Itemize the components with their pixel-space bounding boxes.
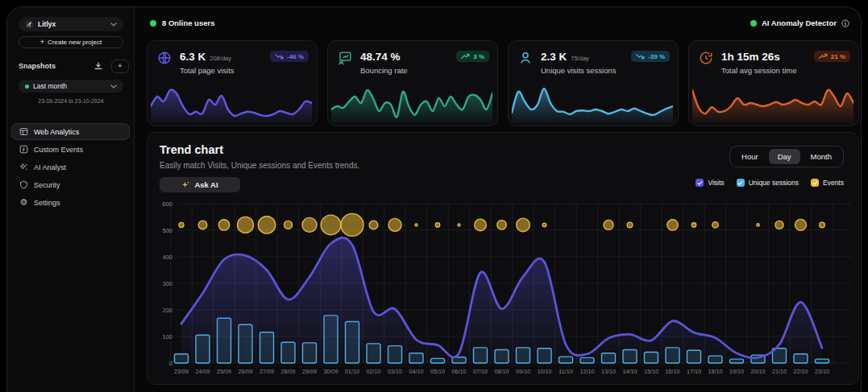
x-tick-label: 09/10 [516, 368, 530, 375]
card-value: 2.3 K [541, 51, 567, 63]
chevron-down-icon [110, 85, 117, 89]
sidebar-item-label: Web Analytics [34, 128, 79, 136]
status-dot [25, 85, 29, 89]
events-bubble [302, 217, 317, 232]
x-tick-label: 17/10 [687, 368, 701, 375]
sidebar-item-web-analytics[interactable]: Web Analytics [11, 123, 130, 140]
online-users-label: 8 Online users [162, 19, 214, 27]
x-tick-label: 05/10 [430, 368, 445, 375]
y-tick-label: 300 [162, 280, 172, 287]
info-icon[interactable] [841, 19, 849, 27]
x-tick-label: 21/10 [772, 368, 787, 375]
timer-icon [699, 51, 715, 67]
add-snapshot-button[interactable]: + [111, 60, 129, 73]
events-bubble [497, 221, 506, 229]
x-tick-label: 13/10 [601, 368, 616, 375]
trend-badge: 3 % [456, 51, 489, 62]
sidebar-item-settings[interactable]: ⚙︎ Settings [11, 194, 130, 211]
user-icon [518, 51, 534, 67]
stat-card-bouncing-rate: 48.74 % Bouncing rate 3 % [327, 40, 498, 126]
events-bubble [795, 219, 807, 230]
card-label: Unique visits sessions [541, 66, 631, 75]
x-tick-label: 18/10 [708, 368, 723, 375]
panel-subtitle: Easily match Visits, Unique sessions and… [160, 161, 359, 170]
sidebar-item-ai-analyst[interactable]: AI Analyst [11, 159, 130, 175]
x-tick-label: 07/10 [473, 368, 488, 375]
events-bubble [667, 220, 678, 230]
card-value: 48.74 % [360, 51, 401, 63]
time-range-tabs: Hour Day Month [729, 146, 844, 167]
legend-item-visits[interactable]: Visits [696, 179, 724, 187]
y-tick-label: 200 [162, 307, 172, 314]
sparkle-icon [181, 181, 189, 189]
tab-month[interactable]: Month [802, 149, 841, 164]
checkbox-visits [696, 179, 704, 187]
x-tick-label: 26/09 [239, 368, 253, 375]
x-tick-label: 30/09 [324, 368, 338, 375]
legend-label: Events [823, 179, 844, 187]
online-dot-icon [150, 20, 156, 27]
events-bubble [691, 223, 696, 227]
trend-badge-value: 21 % [831, 53, 845, 60]
y-tick-label: 400 [162, 254, 172, 261]
gear-icon: ⚙︎ [19, 198, 28, 207]
events-bubble [627, 222, 633, 228]
lightning-square-icon [19, 145, 28, 154]
legend-item-unique-sessions[interactable]: Unique sessions [737, 179, 799, 187]
stat-card-total-page-visits: 6.3 K 208/day Total page visits -46 % [147, 40, 318, 126]
create-project-label: Create new project [48, 39, 102, 46]
sidebar-item-custom-events[interactable]: Custom Events [11, 141, 130, 158]
events-bubbles [179, 213, 824, 236]
x-tick-label: 01/10 [345, 368, 359, 375]
stat-cards-row: 6.3 K 208/day Total page visits -46 % [147, 40, 859, 126]
trend-icon [275, 53, 284, 60]
checkbox-unique-sessions [737, 179, 745, 187]
card-label: Bouncing rate [360, 66, 456, 75]
events-bubble [542, 223, 546, 227]
events-bubble [388, 218, 401, 231]
x-tick-label: 23/09 [174, 368, 189, 375]
x-tick-label: 27/09 [260, 368, 274, 375]
presentation-chart-icon [338, 51, 354, 67]
trend-icon [636, 53, 645, 60]
card-label: Total avg session time [721, 66, 814, 75]
snapshot-range-value: Last month [33, 82, 106, 90]
download-icon [93, 61, 103, 71]
checkbox-events [811, 179, 819, 187]
x-tick-label: 25/09 [217, 368, 231, 375]
online-users-status: 8 Online users [150, 19, 214, 27]
app-window: Litlyx + Create new project Snapshots + … [6, 6, 862, 392]
trend-badge-value: -39 % [648, 53, 665, 60]
trend-chart[interactable]: 010020030040050060023/0924/0925/0926/092… [153, 201, 856, 382]
create-project-button[interactable]: + Create new project [19, 36, 123, 48]
events-bubble [238, 217, 254, 233]
sidebar-item-label: Security [34, 181, 60, 189]
snapshot-range-select[interactable]: Last month [19, 80, 123, 93]
ask-ai-button[interactable]: Ask AI [160, 177, 240, 192]
project-name: Litlyx [38, 20, 106, 28]
sidebar-nav: Web Analytics Custom Events AI Analyst S… [11, 123, 130, 212]
sidebar-item-label: AI Analyst [34, 163, 66, 171]
download-snapshot-button[interactable] [89, 60, 107, 73]
panel-title: Trend chart [160, 143, 223, 156]
x-tick-label: 20/10 [751, 368, 766, 375]
events-bubble [757, 224, 759, 226]
trend-badge-value: -46 % [287, 53, 304, 60]
stat-card-unique-sessions: 2.3 K 75/day Unique visits sessions -39 … [508, 40, 679, 126]
trend-icon [461, 53, 470, 60]
sidebar-item-security[interactable]: Security [11, 176, 130, 193]
project-selector[interactable]: Litlyx [19, 17, 123, 31]
events-bubble [604, 220, 613, 229]
trend-chart-panel: Trend chart Easily match Visits, Unique … [147, 132, 859, 385]
events-bubble [475, 219, 487, 231]
legend-item-events[interactable]: Events [811, 179, 844, 187]
events-bubble [321, 215, 341, 235]
sparkline-chart [692, 85, 853, 123]
tab-day[interactable]: Day [769, 149, 800, 164]
globe-icon [157, 51, 173, 67]
x-tick-label: 29/09 [302, 368, 317, 375]
card-value: 6.3 K [180, 51, 206, 63]
tab-hour[interactable]: Hour [733, 149, 767, 164]
x-tick-label: 16/10 [666, 368, 680, 375]
events-bubble [198, 221, 207, 229]
